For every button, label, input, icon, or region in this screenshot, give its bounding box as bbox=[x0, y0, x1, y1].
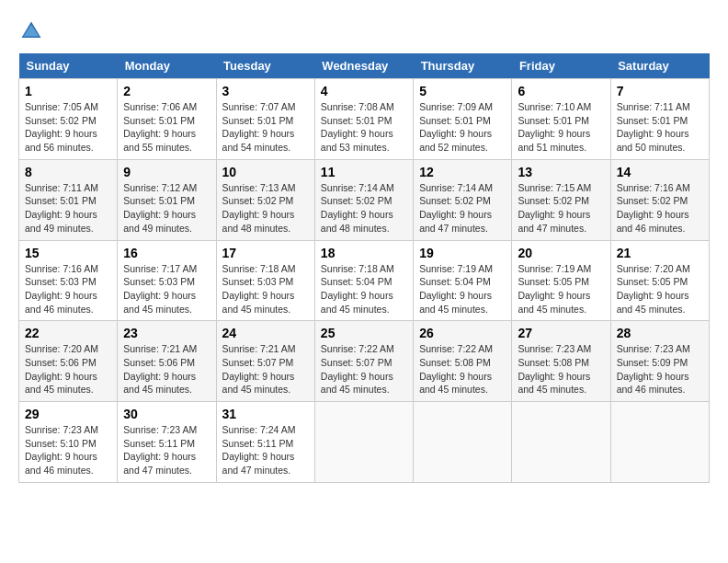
day-content: Sunrise: 7:24 AM Sunset: 5:11 PM Dayligh… bbox=[222, 423, 309, 477]
day-content: Sunrise: 7:16 AM Sunset: 5:03 PM Dayligh… bbox=[25, 262, 111, 316]
header-tuesday: Tuesday bbox=[216, 53, 314, 79]
day-cell: 8 Sunrise: 7:11 AM Sunset: 5:01 PM Dayli… bbox=[19, 159, 118, 240]
day-cell: 13 Sunrise: 7:15 AM Sunset: 5:02 PM Dayl… bbox=[512, 159, 610, 240]
day-cell: 6 Sunrise: 7:10 AM Sunset: 5:01 PM Dayli… bbox=[512, 79, 610, 160]
day-number: 10 bbox=[222, 165, 309, 179]
day-content: Sunrise: 7:16 AM Sunset: 5:02 PM Dayligh… bbox=[617, 181, 703, 236]
header-row: SundayMondayTuesdayWednesdayThursdayFrid… bbox=[19, 53, 710, 79]
day-cell: 26 Sunrise: 7:22 AM Sunset: 5:08 PM Dayl… bbox=[414, 321, 512, 402]
day-content: Sunrise: 7:23 AM Sunset: 5:11 PM Dayligh… bbox=[123, 423, 210, 477]
day-content: Sunrise: 7:19 AM Sunset: 5:05 PM Dayligh… bbox=[518, 262, 604, 316]
day-number: 5 bbox=[419, 84, 506, 98]
day-cell: 10 Sunrise: 7:13 AM Sunset: 5:02 PM Dayl… bbox=[216, 159, 314, 240]
day-cell: 25 Sunrise: 7:22 AM Sunset: 5:07 PM Dayl… bbox=[314, 321, 413, 402]
page-header bbox=[18, 18, 710, 44]
day-cell: 24 Sunrise: 7:21 AM Sunset: 5:07 PM Dayl… bbox=[216, 321, 314, 402]
week-row-4: 22 Sunrise: 7:20 AM Sunset: 5:06 PM Dayl… bbox=[19, 321, 710, 402]
header-monday: Monday bbox=[118, 53, 216, 79]
day-cell: 18 Sunrise: 7:18 AM Sunset: 5:04 PM Dayl… bbox=[314, 240, 413, 321]
day-cell: 5 Sunrise: 7:09 AM Sunset: 5:01 PM Dayli… bbox=[414, 79, 512, 160]
day-content: Sunrise: 7:14 AM Sunset: 5:02 PM Dayligh… bbox=[419, 181, 506, 236]
day-number: 11 bbox=[321, 165, 407, 179]
day-cell: 23 Sunrise: 7:21 AM Sunset: 5:06 PM Dayl… bbox=[118, 321, 216, 402]
calendar-table: SundayMondayTuesdayWednesdayThursdayFrid… bbox=[18, 53, 710, 483]
day-number: 18 bbox=[321, 246, 407, 260]
day-content: Sunrise: 7:08 AM Sunset: 5:01 PM Dayligh… bbox=[321, 100, 407, 155]
day-content: Sunrise: 7:05 AM Sunset: 5:02 PM Dayligh… bbox=[25, 100, 111, 155]
logo bbox=[18, 18, 48, 44]
day-number: 21 bbox=[617, 246, 703, 260]
day-cell: 2 Sunrise: 7:06 AM Sunset: 5:01 PM Dayli… bbox=[118, 79, 216, 160]
day-number: 12 bbox=[419, 165, 506, 179]
day-number: 25 bbox=[321, 326, 407, 340]
day-number: 30 bbox=[123, 407, 210, 421]
header-friday: Friday bbox=[512, 53, 610, 79]
day-number: 23 bbox=[123, 326, 210, 340]
day-content: Sunrise: 7:19 AM Sunset: 5:04 PM Dayligh… bbox=[419, 262, 506, 316]
day-content: Sunrise: 7:23 AM Sunset: 5:10 PM Dayligh… bbox=[25, 423, 111, 477]
header-saturday: Saturday bbox=[610, 53, 709, 79]
day-content: Sunrise: 7:22 AM Sunset: 5:07 PM Dayligh… bbox=[321, 342, 407, 396]
day-number: 6 bbox=[518, 84, 604, 98]
day-content: Sunrise: 7:22 AM Sunset: 5:08 PM Dayligh… bbox=[419, 342, 506, 396]
day-number: 17 bbox=[222, 246, 309, 260]
day-content: Sunrise: 7:12 AM Sunset: 5:01 PM Dayligh… bbox=[123, 181, 210, 236]
day-number: 19 bbox=[419, 246, 506, 260]
day-number: 4 bbox=[321, 84, 407, 98]
day-cell: 19 Sunrise: 7:19 AM Sunset: 5:04 PM Dayl… bbox=[414, 240, 512, 321]
day-content: Sunrise: 7:18 AM Sunset: 5:03 PM Dayligh… bbox=[222, 262, 309, 316]
day-number: 20 bbox=[518, 246, 604, 260]
day-content: Sunrise: 7:23 AM Sunset: 5:09 PM Dayligh… bbox=[617, 342, 703, 396]
day-number: 9 bbox=[123, 165, 210, 179]
day-content: Sunrise: 7:15 AM Sunset: 5:02 PM Dayligh… bbox=[518, 181, 604, 236]
day-cell bbox=[512, 402, 610, 483]
day-cell: 28 Sunrise: 7:23 AM Sunset: 5:09 PM Dayl… bbox=[610, 321, 709, 402]
day-content: Sunrise: 7:18 AM Sunset: 5:04 PM Dayligh… bbox=[321, 262, 407, 316]
day-cell: 9 Sunrise: 7:12 AM Sunset: 5:01 PM Dayli… bbox=[118, 159, 216, 240]
day-content: Sunrise: 7:09 AM Sunset: 5:01 PM Dayligh… bbox=[419, 100, 506, 155]
week-row-3: 15 Sunrise: 7:16 AM Sunset: 5:03 PM Dayl… bbox=[19, 240, 710, 321]
day-number: 8 bbox=[25, 165, 111, 179]
day-content: Sunrise: 7:11 AM Sunset: 5:01 PM Dayligh… bbox=[25, 181, 111, 236]
day-number: 7 bbox=[617, 84, 703, 98]
day-number: 16 bbox=[123, 246, 210, 260]
header-wednesday: Wednesday bbox=[314, 53, 413, 79]
day-content: Sunrise: 7:21 AM Sunset: 5:07 PM Dayligh… bbox=[222, 342, 309, 396]
day-number: 3 bbox=[222, 84, 309, 98]
day-content: Sunrise: 7:20 AM Sunset: 5:05 PM Dayligh… bbox=[617, 262, 703, 316]
day-cell: 22 Sunrise: 7:20 AM Sunset: 5:06 PM Dayl… bbox=[19, 321, 118, 402]
day-cell: 31 Sunrise: 7:24 AM Sunset: 5:11 PM Dayl… bbox=[216, 402, 314, 483]
day-cell: 15 Sunrise: 7:16 AM Sunset: 5:03 PM Dayl… bbox=[19, 240, 118, 321]
header-thursday: Thursday bbox=[414, 53, 512, 79]
day-content: Sunrise: 7:20 AM Sunset: 5:06 PM Dayligh… bbox=[25, 342, 111, 396]
day-number: 26 bbox=[419, 326, 506, 340]
day-cell bbox=[314, 402, 413, 483]
day-cell bbox=[610, 402, 709, 483]
day-cell: 4 Sunrise: 7:08 AM Sunset: 5:01 PM Dayli… bbox=[314, 79, 413, 160]
week-row-2: 8 Sunrise: 7:11 AM Sunset: 5:01 PM Dayli… bbox=[19, 159, 710, 240]
day-cell: 27 Sunrise: 7:23 AM Sunset: 5:08 PM Dayl… bbox=[512, 321, 610, 402]
day-number: 13 bbox=[518, 165, 604, 179]
day-number: 24 bbox=[222, 326, 309, 340]
day-number: 31 bbox=[222, 407, 309, 421]
day-content: Sunrise: 7:21 AM Sunset: 5:06 PM Dayligh… bbox=[123, 342, 210, 396]
day-cell: 3 Sunrise: 7:07 AM Sunset: 5:01 PM Dayli… bbox=[216, 79, 314, 160]
day-content: Sunrise: 7:14 AM Sunset: 5:02 PM Dayligh… bbox=[321, 181, 407, 236]
header-sunday: Sunday bbox=[19, 53, 118, 79]
day-content: Sunrise: 7:13 AM Sunset: 5:02 PM Dayligh… bbox=[222, 181, 309, 236]
day-number: 22 bbox=[25, 326, 111, 340]
day-cell: 21 Sunrise: 7:20 AM Sunset: 5:05 PM Dayl… bbox=[610, 240, 709, 321]
day-cell: 11 Sunrise: 7:14 AM Sunset: 5:02 PM Dayl… bbox=[314, 159, 413, 240]
day-number: 29 bbox=[25, 407, 111, 421]
day-cell: 29 Sunrise: 7:23 AM Sunset: 5:10 PM Dayl… bbox=[19, 402, 118, 483]
day-number: 1 bbox=[25, 84, 111, 98]
day-cell bbox=[414, 402, 512, 483]
day-cell: 16 Sunrise: 7:17 AM Sunset: 5:03 PM Dayl… bbox=[118, 240, 216, 321]
day-content: Sunrise: 7:06 AM Sunset: 5:01 PM Dayligh… bbox=[123, 100, 210, 155]
day-cell: 1 Sunrise: 7:05 AM Sunset: 5:02 PM Dayli… bbox=[19, 79, 118, 160]
day-number: 2 bbox=[123, 84, 210, 98]
day-number: 14 bbox=[617, 165, 703, 179]
day-cell: 30 Sunrise: 7:23 AM Sunset: 5:11 PM Dayl… bbox=[118, 402, 216, 483]
day-cell: 12 Sunrise: 7:14 AM Sunset: 5:02 PM Dayl… bbox=[414, 159, 512, 240]
logo-icon bbox=[18, 18, 44, 44]
